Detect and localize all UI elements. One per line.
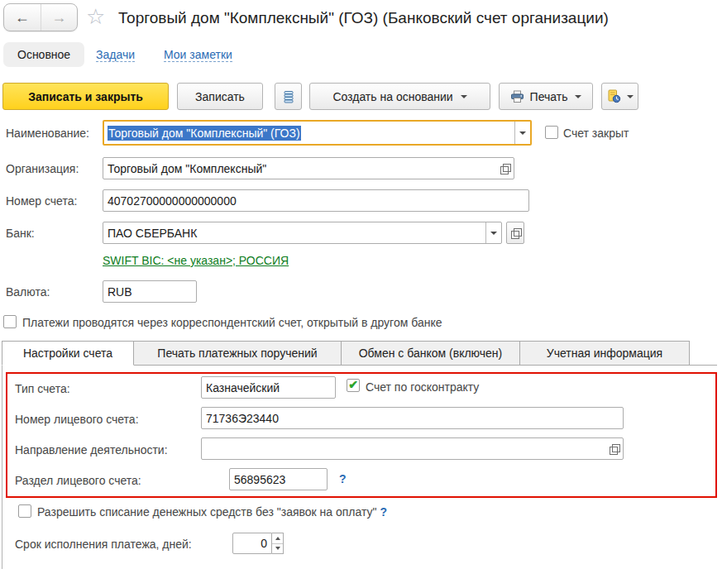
stack-icon [282,90,295,103]
back-arrow-icon: ← [15,9,30,26]
payment-term-label: Срок исполнения платежа, дней: [15,538,192,551]
currency-input[interactable]: RUB [103,280,197,303]
account-type-label: Тип счета: [15,382,70,395]
bank-label: Банк: [6,227,35,240]
tabstrip: Настройки счета Печать платежных поручен… [2,341,690,366]
personal-account-label: Номер лицевого счета: [15,413,139,426]
personal-account-section-value: 56895623 [230,473,327,486]
writeoff-help-link[interactable]: ? [380,505,387,519]
document-clock-icon [607,89,621,103]
bank-value: ПАО СБЕРБАНК [103,227,485,240]
bank-open-button[interactable] [506,222,524,244]
favorite-star-icon[interactable]: ☆ [86,4,105,30]
allow-writeoff-label[interactable]: Разрешить списание денежных средств без … [37,505,387,519]
currency-value: RUB [103,285,196,299]
tab-account-settings[interactable]: Настройки счета [2,341,134,366]
allow-writeoff-text: Разрешить списание денежных средств без … [37,505,377,519]
nav-link-notes[interactable]: Мои заметки [164,48,232,62]
bank-input[interactable]: ПАО СБЕРБАНК [103,222,502,244]
personal-account-section-label: Раздел лицевого счета: [15,474,141,487]
tab-accounting-info[interactable]: Учетная информация [519,341,690,366]
nav-item-main[interactable]: Основное [3,42,84,67]
name-input[interactable]: Торговый дом "Комплексный" (ГОЗ) [103,120,532,146]
account-number-input[interactable]: 40702700000000000000 [103,189,529,212]
personal-account-value: 71736Э23440 [202,412,623,425]
account-number-label: Номер счета: [6,194,77,208]
back-button[interactable]: ← [4,4,41,31]
tab-payment-orders-print[interactable]: Печать платежных поручений [133,341,342,366]
name-value: Торговый дом "Комплексный" (ГОЗ) [104,122,514,144]
open-icon[interactable] [500,163,510,174]
tab-panel-border [2,365,2,569]
activity-direction-label: Направление деятельности: [15,443,168,457]
organization-label: Организация: [6,162,79,175]
stepper-up-button[interactable] [272,533,283,544]
personal-account-input[interactable]: 71736Э23440 [201,407,624,429]
allow-writeoff-checkbox[interactable] [18,504,31,518]
swift-bic-link[interactable]: SWIFT BIC: <не указан>; РОССИЯ [103,254,289,267]
account-closed-label[interactable]: Счет закрыт [563,127,629,140]
personal-account-section-input[interactable]: 56895623 [229,468,328,490]
create-based-on-button[interactable]: Создать на основании [309,83,490,110]
save-label: Записать [195,90,245,103]
currency-label: Валюта: [6,285,50,299]
organization-input[interactable]: Торговый дом "Комплексный" [103,157,514,179]
tab-bank-exchange[interactable]: Обмен с банком (включен) [341,341,520,366]
account-closed-checkbox[interactable] [545,126,558,139]
save-and-close-button[interactable]: Записать и закрыть [2,83,169,110]
forward-button[interactable]: → [41,4,78,31]
save-button[interactable]: Записать [177,83,263,110]
account-type-value: Казначейский [202,381,335,394]
gov-contract-label[interactable]: Счет по госконтракту [366,380,479,394]
chevron-down-icon [575,95,581,98]
chevron-down-icon [519,131,526,135]
save-and-close-label: Записать и закрыть [28,90,143,103]
arrow-up-icon [275,537,280,540]
change-history-button[interactable] [601,83,638,110]
payment-term-input[interactable]: 0 [232,533,272,554]
name-selected-text: Торговый дом "Комплексный" (ГОЗ) [108,126,301,141]
bank-dropdown-button[interactable] [485,222,501,243]
history-nav-group: ← → [3,3,78,31]
stepper-down-button[interactable] [272,544,283,554]
bank-account-form-window: ← → ☆ Торговый дом "Комплексный" (ГОЗ) (… [0,0,722,588]
print-button[interactable]: Печать [499,83,593,110]
corr-account-label[interactable]: Платежи проводятся через корреспондентск… [22,316,442,329]
payment-term-stepper [272,533,284,554]
create-based-on-label: Создать на основании [332,90,452,103]
corr-account-checkbox[interactable] [3,315,17,328]
open-icon[interactable] [609,443,619,454]
forward-arrow-icon: → [51,9,66,26]
account-type-input[interactable]: Казначейский [201,376,336,399]
gov-contract-checkbox[interactable]: ✔ [347,379,360,392]
checkmark-icon: ✔ [348,379,358,390]
organization-value: Торговый дом "Комплексный" [103,162,500,175]
account-number-value: 40702700000000000000 [103,194,528,208]
payment-term-value: 0 [261,537,267,550]
open-icon [510,227,521,238]
page-title: Торговый дом "Комплексный" (ГОЗ) (Банков… [118,9,609,27]
name-dropdown-button[interactable] [514,122,530,144]
chevron-down-icon [627,95,634,98]
name-label: Наименование: [6,127,89,140]
chevron-down-icon [490,232,497,235]
section-help-link[interactable]: ? [339,472,347,485]
chevron-down-icon [461,95,467,98]
print-label: Печать [530,90,568,103]
activity-direction-input[interactable] [201,437,624,460]
printer-icon [510,90,530,103]
arrow-down-icon [275,547,280,550]
related-documents-button[interactable] [275,83,302,110]
nav-link-tasks[interactable]: Задачи [96,48,135,62]
